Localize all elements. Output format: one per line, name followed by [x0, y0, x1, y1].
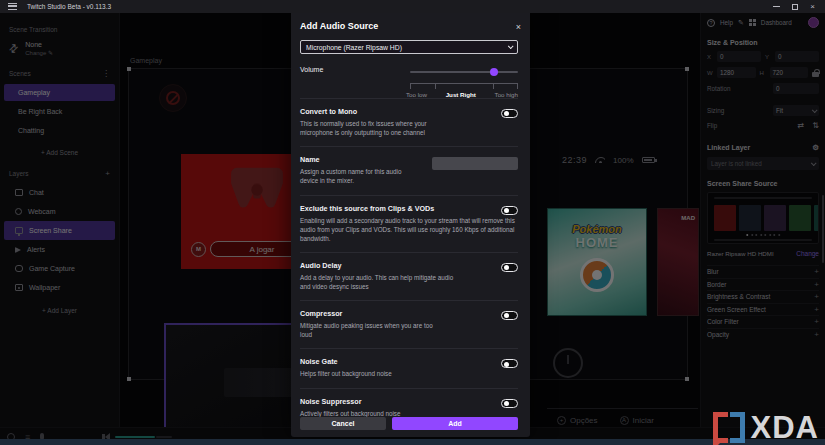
close-window-button[interactable]: × [810, 4, 815, 10]
minimize-button[interactable] [773, 6, 780, 8]
pokemon-home-tile: Pokémon HOME [547, 208, 647, 316]
left-sidebar: Scene Transition ⇄ None Change ✎ Scenes … [0, 13, 120, 427]
compressor-toggle[interactable] [501, 311, 518, 320]
flip-horizontal-icon[interactable]: ⇄ [798, 121, 805, 130]
capture-device-name: Razer Ripsaw HD HDMI [707, 250, 774, 257]
effects-list: Blur+ Border+ Brightness & Contrast+ Gre… [707, 265, 819, 340]
section-exclude-clips-vods: Exclude this source from Clips & VODs En… [300, 195, 518, 252]
pokeball-icon [580, 258, 614, 292]
screen-share-icon [15, 227, 23, 234]
webcam-icon [15, 208, 22, 215]
volume-slider-thumb[interactable] [490, 68, 498, 76]
rotation-input[interactable]: 0 [773, 83, 819, 94]
resize-handle[interactable] [685, 377, 689, 381]
layer-item-chat[interactable]: Chat [4, 183, 115, 202]
scrollbar-thumb[interactable] [822, 195, 825, 263]
switch-start-action: A Iniciar [620, 416, 654, 425]
preview-scene-label: Gameplay [130, 57, 162, 64]
scene-item-chatting[interactable]: Chatting [4, 122, 115, 139]
dashboard-button[interactable]: Dashboard [761, 19, 792, 26]
screen-share-source-header: Screen Share Source [707, 180, 819, 187]
help-button[interactable]: Help [720, 19, 733, 26]
game-badge-icon: M [191, 242, 206, 257]
flip-vertical-icon[interactable]: ⇅ [812, 121, 819, 130]
resize-handle[interactable] [127, 67, 131, 71]
help-icon: ? [707, 19, 715, 27]
alerts-icon [15, 247, 21, 253]
audio-device-select[interactable]: Microphone (Razer Ripsaw HD) [300, 40, 518, 54]
scene-item-be-right-back[interactable]: Be Right Back [4, 103, 115, 120]
volume-meter [115, 436, 155, 438]
effect-row-color-filter[interactable]: Color Filter+ [707, 315, 819, 328]
bracket-left-icon [713, 412, 728, 443]
add-button[interactable]: Add [392, 417, 518, 430]
layer-item-game-capture[interactable]: Game Capture [4, 259, 115, 278]
layer-item-webcam[interactable]: Webcam [4, 202, 115, 221]
effect-row-green-screen[interactable]: Green Screen Effect+ [707, 303, 819, 316]
x-label: X [707, 54, 713, 60]
transition-change-link[interactable]: Change ✎ [25, 49, 53, 56]
section-audio-delay: Audio Delay Add a delay to your audio. T… [300, 252, 518, 300]
effect-row-border[interactable]: Border+ [707, 278, 819, 291]
layer-item-alerts[interactable]: Alerts [4, 240, 115, 259]
scene-transition-row[interactable]: ⇄ None Change ✎ [9, 41, 110, 56]
h-input[interactable]: 720 [770, 67, 809, 78]
name-input[interactable] [432, 157, 518, 170]
lock-aspect-icon[interactable] [812, 69, 819, 77]
layer-item-wallpaper[interactable]: Wallpaper [4, 278, 115, 297]
expand-icon: + [814, 267, 819, 276]
sizing-select[interactable]: Fit [773, 105, 819, 116]
noise-gate-toggle[interactable] [501, 359, 518, 368]
right-sidebar: ? Help ✎ Dashboard Size & Position X 0 Y… [700, 13, 825, 427]
w-label: W [707, 70, 713, 76]
volume-meter-trail [156, 436, 172, 438]
switch-clock: 22:39 [562, 155, 587, 165]
close-modal-icon[interactable]: × [516, 23, 521, 31]
layer-item-screen-share[interactable]: Screen Share [4, 221, 115, 240]
volume-tick-high: Too high [495, 91, 518, 98]
transition-name: None [25, 41, 53, 48]
bracket-right-icon [730, 412, 745, 443]
resize-handle[interactable] [127, 377, 131, 381]
effect-row-blur[interactable]: Blur+ [707, 265, 819, 278]
edit-icon[interactable]: ✎ [738, 19, 744, 27]
convert-to-mono-toggle[interactable] [501, 109, 518, 118]
x-input[interactable]: 0 [717, 51, 761, 62]
section-convert-to-mono: Convert to Mono This is normally used to… [300, 98, 518, 146]
scene-item-gameplay[interactable]: Gameplay [4, 84, 115, 101]
exclude-clips-vods-toggle[interactable] [501, 206, 518, 215]
volume-slider[interactable] [410, 68, 518, 76]
expand-icon: + [814, 292, 819, 301]
cancel-button[interactable]: Cancel [300, 417, 386, 430]
volume-label: Volume [300, 66, 323, 73]
app-window: Twitch Studio Beta - v0.113.3 × Scene Tr… [0, 0, 825, 445]
y-label: Y [765, 54, 771, 60]
noise-suppressor-toggle[interactable] [501, 399, 518, 408]
effect-row-brightness-contrast[interactable]: Brightness & Contrast+ [707, 290, 819, 303]
change-source-link[interactable]: Change [796, 250, 819, 257]
scenes-menu-icon[interactable]: ⋮ [102, 69, 110, 78]
add-layer-button[interactable]: + Add Layer [0, 307, 119, 314]
expand-icon: + [814, 305, 819, 314]
resize-handle[interactable] [685, 67, 689, 71]
titlebar: Twitch Studio Beta - v0.113.3 × [0, 0, 825, 13]
game-capture-icon [15, 265, 23, 272]
menu-icon[interactable] [8, 3, 17, 10]
w-input[interactable]: 1280 [717, 67, 756, 78]
sizing-label: Sizing [707, 107, 773, 114]
thumb-bottombar [714, 239, 812, 241]
expand-icon: + [814, 317, 819, 326]
add-scene-button[interactable]: + Add Scene [0, 149, 119, 156]
effect-row-opacity[interactable]: Opacity+ [707, 328, 819, 341]
add-layer-icon[interactable]: + [105, 169, 110, 178]
a-button-icon: A [620, 416, 629, 425]
window-title: Twitch Studio Beta - v0.113.3 [27, 3, 111, 10]
gear-icon[interactable]: ⚙ [812, 143, 819, 152]
y-input[interactable]: 0 [775, 51, 819, 62]
user-avatar[interactable] [808, 17, 819, 28]
switch-divider [547, 408, 698, 409]
audio-delay-toggle[interactable] [501, 263, 518, 272]
chevron-down-icon [508, 43, 514, 49]
maximize-button[interactable] [792, 4, 798, 10]
linked-layer-select[interactable]: Layer is not linked [707, 157, 819, 170]
